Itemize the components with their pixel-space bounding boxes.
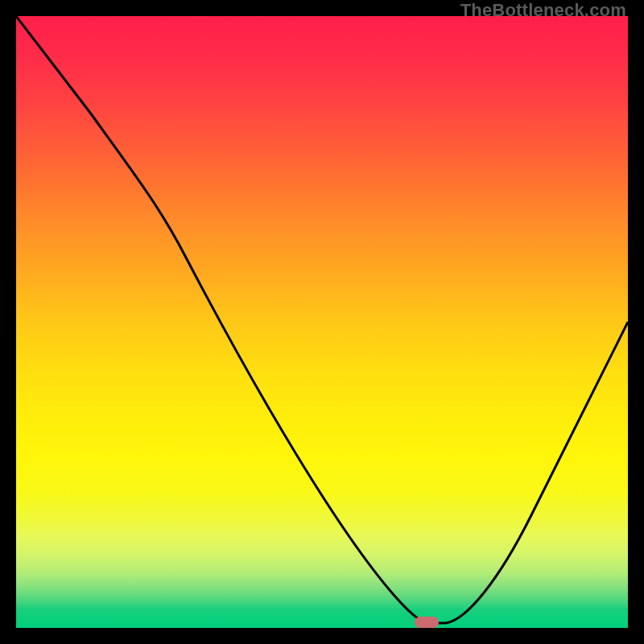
chart-frame [16, 16, 628, 628]
curve-path [16, 16, 628, 623]
watermark-text: TheBottleneck.com [460, 0, 626, 21]
optimal-marker [415, 617, 439, 628]
bottleneck-curve [16, 16, 628, 628]
